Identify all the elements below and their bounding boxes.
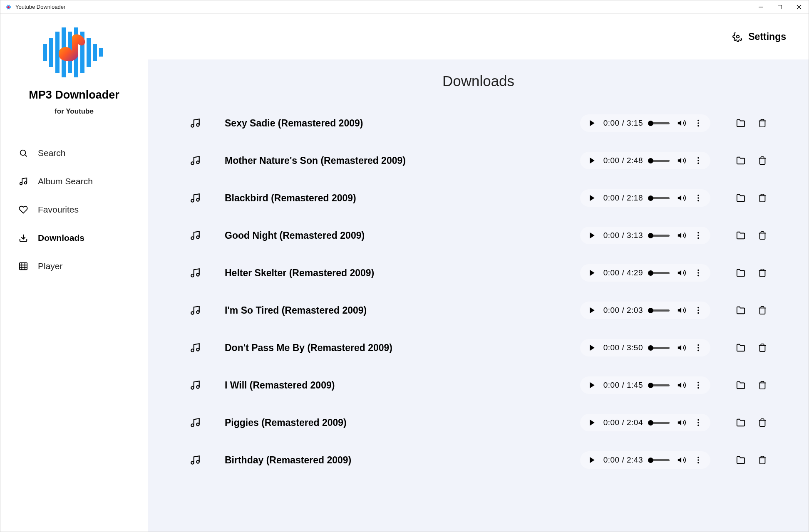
more-icon[interactable]: [694, 119, 703, 128]
settings-button[interactable]: Settings: [732, 31, 786, 42]
sidebar-item-downloads[interactable]: Downloads: [0, 224, 148, 252]
play-icon[interactable]: [588, 344, 596, 352]
svg-rect-11: [49, 38, 53, 67]
trash-icon[interactable]: [758, 381, 767, 390]
track-title: Good Night (Remastered 2009): [225, 230, 580, 241]
folder-icon[interactable]: [736, 156, 745, 165]
seek-slider[interactable]: [650, 160, 670, 162]
seek-slider[interactable]: [650, 272, 670, 274]
folder-icon[interactable]: [736, 119, 745, 128]
play-icon[interactable]: [588, 119, 596, 127]
svg-marker-40: [590, 158, 595, 164]
volume-icon[interactable]: [677, 455, 686, 465]
seek-slider[interactable]: [650, 422, 670, 424]
svg-marker-48: [678, 195, 681, 201]
seek-slider[interactable]: [650, 459, 670, 461]
svg-point-92: [697, 422, 699, 423]
play-icon[interactable]: [588, 269, 596, 277]
seek-slider[interactable]: [650, 309, 670, 312]
folder-icon[interactable]: [736, 343, 745, 352]
sidebar-item-search[interactable]: Search: [0, 139, 148, 167]
volume-icon[interactable]: [677, 343, 686, 352]
track-row: I Will (Remastered 2009)0:00 / 1:45: [190, 366, 767, 404]
sidebar-item-player[interactable]: Player: [0, 252, 148, 280]
more-icon[interactable]: [694, 381, 703, 390]
trash-icon[interactable]: [758, 418, 767, 427]
trash-icon[interactable]: [758, 193, 767, 203]
folder-icon[interactable]: [736, 381, 745, 390]
trash-icon[interactable]: [758, 231, 767, 240]
svg-marker-61: [590, 270, 595, 276]
more-icon[interactable]: [694, 268, 703, 277]
svg-marker-68: [590, 307, 595, 314]
svg-rect-18: [93, 44, 97, 61]
more-icon[interactable]: [694, 455, 703, 465]
track-title: I'm So Tired (Remastered 2009): [225, 305, 580, 316]
audio-player: 0:00 / 2:04: [580, 414, 710, 431]
volume-icon[interactable]: [677, 418, 686, 427]
svg-point-35: [697, 120, 699, 121]
svg-rect-19: [99, 48, 103, 57]
svg-point-42: [697, 157, 699, 159]
folder-icon[interactable]: [736, 231, 745, 240]
play-icon[interactable]: [588, 231, 596, 240]
svg-point-38: [191, 162, 194, 165]
seek-slider[interactable]: [650, 122, 670, 124]
volume-icon[interactable]: [677, 381, 686, 390]
gear-icon: [732, 31, 743, 42]
play-icon[interactable]: [588, 194, 596, 202]
trash-icon[interactable]: [758, 343, 767, 352]
playback-time: 0:00 / 2:48: [603, 156, 643, 165]
svg-point-51: [697, 200, 699, 202]
track-row: Don't Pass Me By (Remastered 2009)0:00 /…: [190, 329, 767, 366]
trash-icon[interactable]: [758, 455, 767, 465]
playback-time: 0:00 / 3:13: [603, 231, 643, 240]
play-icon[interactable]: [588, 156, 596, 165]
close-button[interactable]: [789, 0, 809, 14]
more-icon[interactable]: [694, 306, 703, 315]
volume-icon[interactable]: [677, 231, 686, 240]
track-title: Blackbird (Remastered 2009): [225, 193, 580, 204]
volume-icon[interactable]: [677, 268, 686, 277]
sidebar-item-album-search[interactable]: Album Search: [0, 167, 148, 195]
trash-icon[interactable]: [758, 306, 767, 315]
svg-point-63: [697, 270, 699, 271]
volume-icon[interactable]: [677, 119, 686, 128]
svg-point-78: [697, 347, 699, 349]
folder-icon[interactable]: [736, 455, 745, 465]
folder-icon[interactable]: [736, 193, 745, 203]
content-area: Downloads Sexy Sadie (Remastered 2009)0:…: [148, 59, 809, 532]
folder-icon[interactable]: [736, 268, 745, 277]
track-row: Helter Skelter (Remastered 2009)0:00 / 4…: [190, 254, 767, 292]
play-icon[interactable]: [588, 418, 596, 427]
volume-icon[interactable]: [677, 193, 686, 203]
volume-icon[interactable]: [677, 156, 686, 165]
play-icon[interactable]: [588, 381, 596, 389]
seek-slider[interactable]: [650, 235, 670, 237]
sidebar-item-favourites[interactable]: Favourites: [0, 195, 148, 224]
minimize-button[interactable]: [751, 0, 770, 14]
trash-icon[interactable]: [758, 156, 767, 165]
music-note-icon: [190, 267, 201, 278]
track-row: Mother Nature's Son (Remastered 2009)0:0…: [190, 142, 767, 179]
svg-point-5: [7, 6, 10, 8]
svg-point-66: [191, 312, 194, 314]
more-icon[interactable]: [694, 193, 703, 203]
more-icon[interactable]: [694, 156, 703, 165]
maximize-button[interactable]: [770, 0, 789, 14]
seek-slider[interactable]: [650, 197, 670, 199]
favourites-icon: [19, 205, 28, 214]
more-icon[interactable]: [694, 418, 703, 427]
more-icon[interactable]: [694, 343, 703, 352]
play-icon[interactable]: [588, 306, 596, 314]
seek-slider[interactable]: [650, 384, 670, 386]
seek-slider[interactable]: [650, 347, 670, 349]
trash-icon[interactable]: [758, 119, 767, 128]
sidebar-item-label: Player: [38, 261, 63, 271]
play-icon[interactable]: [588, 456, 596, 464]
volume-icon[interactable]: [677, 306, 686, 315]
more-icon[interactable]: [694, 231, 703, 240]
trash-icon[interactable]: [758, 268, 767, 277]
folder-icon[interactable]: [736, 418, 745, 427]
folder-icon[interactable]: [736, 306, 745, 315]
